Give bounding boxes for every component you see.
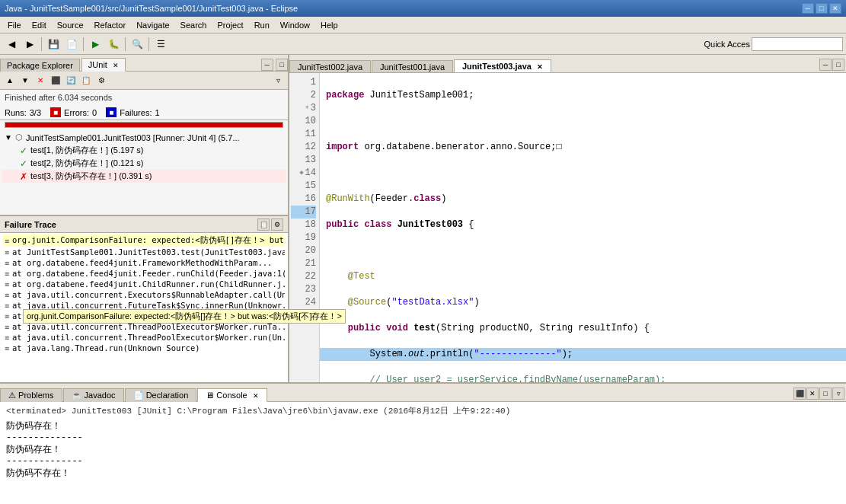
trace-line-3[interactable]: ≡ at org.databene.feed4junit.FrameworkMe… [3, 257, 285, 268]
ok-icon-2: ✓ [20, 158, 27, 169]
line-num-20: 20 [291, 244, 316, 257]
toolbar-forward-button[interactable]: ▶ [21, 36, 38, 53]
editor-tab-junit001[interactable]: JunitTest001.java [372, 60, 453, 72]
bottom-tab-javadoc-icon: ☕ [72, 391, 82, 400]
menu-help[interactable]: Help [316, 19, 343, 31]
junit-btn-3[interactable]: ✕ [34, 74, 47, 88]
trace-text-2: at JunitTestSample001.JunitTest003.test(… [12, 247, 285, 257]
line-num-22: 22 [291, 270, 316, 283]
bottom-tab-problems-label: Problems [18, 391, 53, 400]
editor-maximize-btn[interactable]: □ [832, 59, 844, 71]
trace-text-6: at java.util.concurrent.Executors$Runnab… [12, 290, 285, 299]
junit-btn-5[interactable]: 🔄 [64, 74, 78, 88]
bottom-panel-btn3[interactable]: □ [819, 388, 832, 400]
failure-trace-btn1[interactable]: 📋 [257, 219, 270, 231]
bottom-tab-declaration[interactable]: 📄 Declaration [125, 388, 197, 402]
code-line-15: @Source("testData.xlsx") [326, 297, 480, 308]
bottom-tab-javadoc[interactable]: ☕ Javadoc [63, 388, 124, 402]
quick-access-label: Quick Acces [704, 40, 750, 49]
quick-access-input[interactable] [752, 37, 843, 51]
trace-line-5[interactable]: ≡ at org.databene.feed4junit.ChildRunner… [3, 279, 285, 289]
trace-line-10[interactable]: ≡ at java.util.concurrent.ThreadPoolExec… [3, 332, 285, 343]
menu-refactor[interactable]: Refactor [90, 19, 131, 31]
menu-navigate[interactable]: Navigate [132, 19, 174, 31]
editor-tab-junit003-close[interactable]: ✕ [537, 63, 543, 71]
maximize-button[interactable]: □ [816, 3, 828, 14]
tab-package-explorer[interactable]: Package Explorer [0, 59, 80, 72]
minimize-button[interactable]: ─ [802, 3, 814, 14]
menu-window[interactable]: Window [276, 19, 314, 31]
code-line-17: System.out.println("--------------"); [320, 348, 846, 361]
junit-toolbar: ▲ ▼ ✕ ⬛ 🔄 📋 ⚙ ▿ [0, 72, 288, 90]
toolbar-debug-button[interactable]: 🐛 [105, 36, 122, 53]
line-num-11: 11 [291, 128, 316, 141]
line-num-2: 2 [291, 89, 316, 102]
toolbar-search-button[interactable]: 🔍 [129, 36, 145, 53]
expand-icon: ▼ [5, 133, 12, 142]
test-item-2[interactable]: ✓ test[2, 防伪码存在！] (0.121 s) [2, 157, 286, 170]
editor-tab-junit003-label: JunitTest003.java [462, 62, 532, 71]
junit-btn-6[interactable]: 📋 [79, 74, 93, 88]
close-button[interactable]: ✕ [829, 3, 841, 14]
trace-line-4[interactable]: ≡ at org.databene.feed4junit.Feeder.runC… [3, 268, 285, 279]
toolbar-perspective-button[interactable]: ☰ [152, 36, 169, 53]
left-panel-maximize[interactable]: □ [276, 59, 288, 71]
test-item-2-label: test[2, 防伪码存在！] (0.121 s) [30, 158, 144, 169]
toolbar-back-button[interactable]: ◀ [3, 36, 20, 53]
title-controls[interactable]: ─ □ ✕ [802, 3, 841, 14]
failures-badge: ■ [106, 107, 117, 117]
code-content[interactable]: package JunitTestSample001; import org.d… [320, 73, 846, 382]
console-line-3: 防伪码存在！ [6, 443, 840, 456]
editor-tab-junit002[interactable]: JunitTest002.java [289, 60, 371, 72]
tree-root[interactable]: ▼ ⬡ JunitTestSample001.JunitTest003 [Run… [2, 131, 286, 144]
menu-project[interactable]: Project [212, 19, 247, 31]
trace-line-11[interactable]: ≡ at java.lang.Thread.run(Unknown Source… [3, 343, 285, 353]
errors-badge: ■ [50, 107, 61, 117]
bottom-tab-problems[interactable]: ⚠ Problems [0, 388, 62, 402]
title-label: Java - JunitTestSample001/src/JunitTestS… [5, 4, 298, 13]
toolbar-save-button[interactable]: 💾 [45, 36, 62, 53]
tab-junit-close[interactable]: ✕ [113, 62, 119, 69]
bottom-panel-btn4[interactable]: ▿ [832, 388, 844, 400]
bottom-panel-btn2[interactable]: ✕ [806, 388, 819, 400]
failure-trace-btn2[interactable]: ⚙ [271, 219, 283, 231]
trace-line-2[interactable]: ≡ at JunitTestSample001.JunitTest003.tes… [3, 247, 285, 257]
bottom-tab-console[interactable]: 🖥 Console ✕ [197, 388, 267, 402]
menu-edit[interactable]: Edit [27, 19, 51, 31]
menu-search[interactable]: Search [176, 19, 212, 31]
trace-line-6[interactable]: ≡ at java.util.concurrent.Executors$Runn… [3, 289, 285, 300]
progress-bar-fill [5, 123, 283, 127]
editor-tab-junit003[interactable]: JunitTest003.java ✕ [454, 59, 551, 72]
toolbar-run-button[interactable]: ▶ [87, 36, 104, 53]
toolbar-sep-2 [83, 37, 84, 51]
bottom-tab-console-label: Console [216, 391, 247, 400]
tab-junit[interactable]: JUnit ✕ [81, 58, 126, 72]
line-num-17: 17 [291, 206, 316, 219]
toolbar-sep-1 [41, 37, 42, 51]
junit-btn-7[interactable]: ⚙ [94, 74, 108, 88]
junit-view-btn[interactable]: ▿ [271, 74, 285, 88]
junit-btn-1[interactable]: ▲ [3, 74, 17, 88]
failure-trace-header: Failure Trace 📋 ⚙ [0, 216, 288, 233]
menu-file[interactable]: File [3, 19, 26, 31]
test-item-1[interactable]: ✓ test[1, 防伪码存在！] (5.197 s) [2, 144, 286, 157]
junit-btn-4[interactable]: ⬛ [49, 74, 62, 88]
bottom-panel-btn1[interactable]: ⬛ [793, 388, 806, 400]
menu-source[interactable]: Source [53, 19, 88, 31]
left-panel-minimize[interactable]: ─ [261, 59, 273, 71]
menu-run[interactable]: Run [250, 19, 274, 31]
junit-btn-2[interactable]: ▼ [18, 74, 32, 88]
console-tab-close[interactable]: ✕ [253, 392, 259, 400]
title-bar: Java - JunitTestSample001/src/JunitTestS… [0, 0, 846, 17]
code-line-18: // User user2 = userService.findByName(u… [326, 375, 666, 382]
code-line-11: @RunWith(Feeder.class) [326, 193, 446, 204]
editor-minimize-btn[interactable]: ─ [819, 59, 832, 71]
trace-icon-8: ≡ [5, 312, 9, 321]
bottom-content: <terminated> JunitTest003 [JUnit] C:\Pro… [0, 402, 846, 504]
trace-line-1[interactable]: ≡ org.junit.ComparisonFailure: expected:… [3, 234, 285, 247]
toolbar-new-button[interactable]: 📄 [63, 36, 80, 53]
trace-text-3: at org.databene.feed4junit.FrameworkMeth… [12, 258, 272, 267]
menu-bar: File Edit Source Refactor Navigate Searc… [0, 17, 846, 33]
test-item-3[interactable]: ✗ test[3, 防伪码不存在！] (0.391 s) [2, 170, 286, 183]
bottom-tab-javadoc-label: Javadoc [85, 391, 116, 400]
